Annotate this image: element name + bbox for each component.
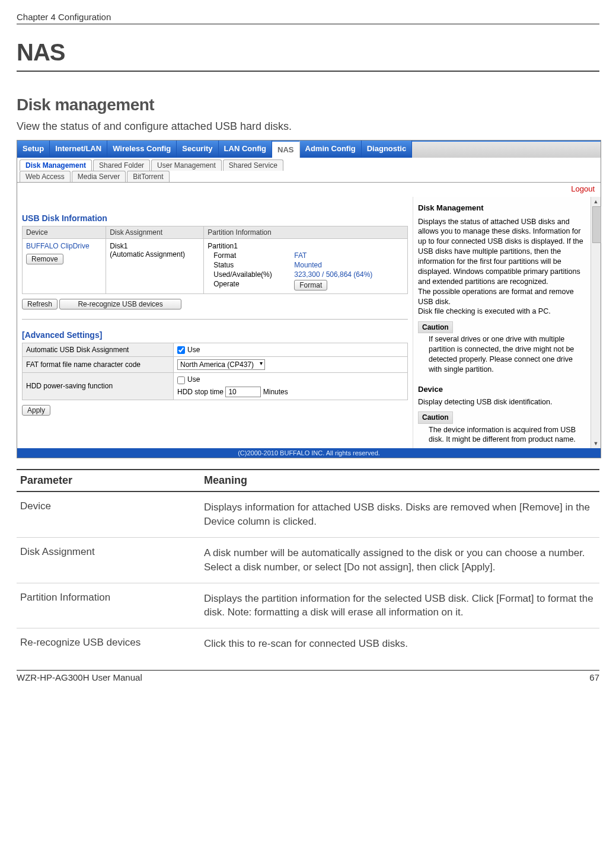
router-config-screenshot: Setup Internet/LAN Wireless Config Secur… <box>17 140 601 458</box>
scroll-up-icon[interactable]: ▲ <box>591 197 601 206</box>
param-meaning: Displays the partition information for t… <box>200 583 599 628</box>
vertical-scrollbar[interactable]: ▲ ▼ <box>591 197 601 448</box>
adv-row-fat: FAT format file name character code Nort… <box>23 357 408 373</box>
th-device: Device <box>23 226 106 239</box>
disk-assignment-note: (Automatic Assignment) <box>110 250 200 258</box>
param-meaning: A disk number will be automatically assi… <box>200 538 599 583</box>
hdd-stop-input[interactable] <box>225 387 261 397</box>
tab-admin-config[interactable]: Admin Config <box>300 141 362 158</box>
subtab-media-server[interactable]: Media Server <box>72 171 126 182</box>
main-tabs-filler <box>412 141 601 158</box>
help-caution-text-1: If several drives or one drive with mult… <box>418 334 586 375</box>
k-format: Format <box>213 251 291 260</box>
format-button[interactable]: Format <box>294 280 327 291</box>
subtab-user-management[interactable]: User Management <box>151 159 222 171</box>
hdd-powersave-checkbox[interactable] <box>177 376 185 384</box>
section-title-nas: NAS <box>17 39 599 66</box>
subtab-web-access[interactable]: Web Access <box>20 171 71 182</box>
screenshot-body: USB Disk Information Device Disk Assignm… <box>17 197 601 448</box>
help-para-2: The possible operations are format and r… <box>418 287 586 307</box>
tab-lan-config[interactable]: LAN Config <box>219 141 272 158</box>
advanced-settings-table: Automatic USB Disk Assignment Use FAT fo… <box>22 343 408 400</box>
param-name: Device <box>17 492 200 537</box>
help-para-1: Displays the status of attached USB disk… <box>418 217 586 287</box>
adv-label-auto: Automatic USB Disk Assignment <box>23 343 174 357</box>
table-row: BUFFALO ClipDrive Remove Disk1 (Automati… <box>23 239 408 294</box>
hdd-stop-label: HDD stop time <box>177 388 224 396</box>
device-name-link[interactable]: BUFFALO ClipDrive <box>26 242 102 250</box>
logout-link[interactable]: Logout <box>17 183 601 197</box>
sub-tabs: Disk Management Shared Folder User Manag… <box>17 158 601 183</box>
subtab-bittorrent[interactable]: BitTorrent <box>127 171 169 182</box>
parameter-table: Parameter Meaning Device Displays inform… <box>17 469 599 659</box>
help-caution-label-2: Caution <box>418 411 453 423</box>
help-para-3: Disk file checking is executed with a PC… <box>418 307 586 317</box>
left-panel: USB Disk Information Device Disk Assignm… <box>17 197 413 448</box>
re-recognize-button[interactable]: Re-recognize USB devices <box>59 299 181 309</box>
param-meaning: Click this to re-scan for connected USB … <box>200 628 599 659</box>
k-status: Status <box>213 261 291 269</box>
copyright-bar: (C)2000-2010 BUFFALO INC. All rights res… <box>17 448 601 458</box>
apply-button[interactable]: Apply <box>22 405 50 416</box>
k-operate: Operate <box>213 280 291 291</box>
main-tabs: Setup Internet/LAN Wireless Config Secur… <box>17 141 601 158</box>
help-device-title: Device <box>418 384 586 395</box>
help-device-para: Display detecting USB disk identificatio… <box>418 397 586 407</box>
use-label-2: Use <box>187 375 200 384</box>
help-title: Disk Management <box>418 203 586 213</box>
v-status: Mounted <box>294 261 404 269</box>
advanced-settings-title: [Advanced Settings] <box>22 330 408 340</box>
footer-page-number: 67 <box>589 672 599 682</box>
param-name: Disk Assignment <box>17 538 200 583</box>
tab-internet-lan[interactable]: Internet/LAN <box>50 141 107 158</box>
tab-setup[interactable]: Setup <box>17 141 50 158</box>
adv-row-auto: Automatic USB Disk Assignment Use <box>23 343 408 357</box>
auto-usb-checkbox[interactable] <box>177 346 185 354</box>
th-partition-info: Partition Information <box>204 226 408 239</box>
tab-security[interactable]: Security <box>177 141 218 158</box>
use-label: Use <box>187 346 200 354</box>
adv-row-hdd: HDD power-saving function Use HDD stop t… <box>23 373 408 400</box>
subtab-disk-management[interactable]: Disk Management <box>20 159 92 171</box>
tab-wireless-config[interactable]: Wireless Config <box>107 141 177 158</box>
th-meaning: Meaning <box>200 470 599 491</box>
usb-disk-table: Device Disk Assignment Partition Informa… <box>22 226 408 294</box>
v-used: 323,300 / 506,864 (64%) <box>294 270 404 279</box>
partition-label: Partition1 <box>208 242 404 250</box>
page-footer: WZR-HP-AG300H User Manual 67 <box>17 670 599 694</box>
chapter-label: Chapter 4 Configuration <box>17 12 111 22</box>
param-row-rerecognize: Re-recognize USB devices Click this to r… <box>17 628 599 659</box>
th-disk-assignment: Disk Assignment <box>106 226 204 239</box>
param-name: Re-recognize USB devices <box>17 628 200 659</box>
param-meaning: Displays information for attached USB di… <box>200 492 599 537</box>
help-caution-text-2: The device information is acquired from … <box>418 425 586 445</box>
param-row-partition-info: Partition Information Displays the parti… <box>17 583 599 629</box>
intro-paragraph: View the status of and configure attache… <box>17 120 599 133</box>
usb-disk-info-title: USB Disk Information <box>22 213 408 223</box>
param-row-device: Device Displays information for attached… <box>17 492 599 538</box>
codepage-select[interactable]: North America (CP437) <box>177 359 265 370</box>
help-panel: Disk Management Displays the status of a… <box>413 197 591 448</box>
refresh-button[interactable]: Refresh <box>22 299 58 309</box>
minutes-label: Minutes <box>263 388 288 396</box>
disk-assignment-value: Disk1 <box>110 242 200 250</box>
subtab-shared-service[interactable]: Shared Service <box>223 159 283 171</box>
param-name: Partition Information <box>17 583 200 628</box>
title-rule <box>17 71 599 72</box>
footer-manual-name: WZR-HP-AG300H User Manual <box>17 672 142 682</box>
divider <box>22 319 408 320</box>
table-header-row: Device Disk Assignment Partition Informa… <box>23 226 408 239</box>
param-row-disk-assignment: Disk Assignment A disk number will be au… <box>17 538 599 583</box>
adv-label-fat: FAT format file name character code <box>23 357 174 373</box>
k-used: Used/Available(%) <box>213 270 291 279</box>
scroll-down-icon[interactable]: ▼ <box>591 439 601 448</box>
tab-diagnostic[interactable]: Diagnostic <box>362 141 412 158</box>
parameter-table-header: Parameter Meaning <box>17 470 599 492</box>
v-format: FAT <box>294 251 404 260</box>
page-header: Chapter 4 Configuration <box>17 12 599 24</box>
subsection-disk-management: Disk management <box>17 95 599 114</box>
tab-nas[interactable]: NAS <box>272 141 299 158</box>
help-caution-label-1: Caution <box>418 321 453 333</box>
remove-button[interactable]: Remove <box>26 254 63 264</box>
subtab-shared-folder[interactable]: Shared Folder <box>93 159 150 171</box>
